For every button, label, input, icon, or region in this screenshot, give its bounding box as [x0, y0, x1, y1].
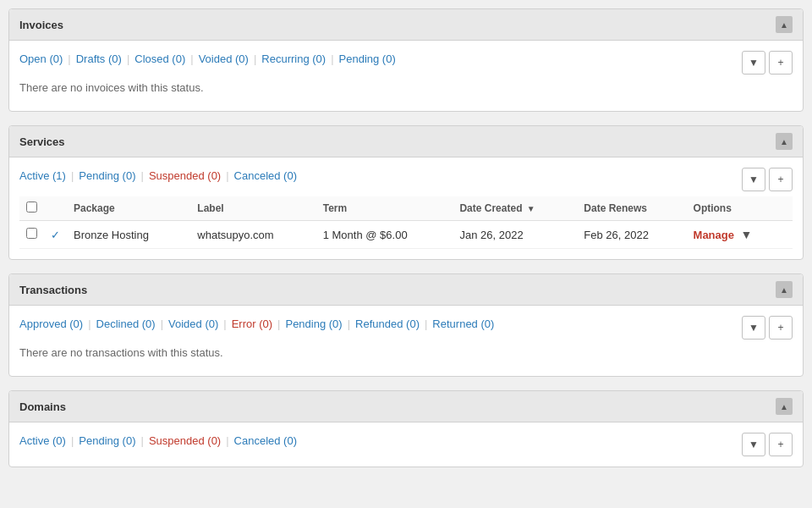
tab-transactions-refunded[interactable]: Refunded (0) [355, 318, 420, 330]
transactions-filter-button[interactable]: ▼ [742, 316, 765, 340]
tab-invoices-closed[interactable]: Closed (0) [134, 52, 185, 65]
invoices-panel: Invoices ▲ Open (0) | Drafts (0) | Close… [8, 8, 804, 112]
tab-services-canceled[interactable]: Canceled (0) [234, 169, 297, 182]
invoices-add-button[interactable]: + [769, 51, 793, 75]
services-title: Services [19, 135, 65, 148]
row-term: 1 Month @ $6.00 [316, 221, 453, 249]
col-term[interactable]: Term [316, 196, 453, 221]
services-collapse-button[interactable]: ▲ [776, 133, 793, 150]
transactions-panel: Transactions ▲ Approved (0) | Declined (… [8, 273, 804, 377]
tab-services-suspended[interactable]: Suspended (0) [149, 169, 221, 182]
transactions-panel-header: Transactions ▲ [9, 274, 803, 306]
services-tab-row: Active (1) | Pending (0) | Suspended (0)… [19, 168, 793, 191]
transactions-tab-bar: Approved (0) | Declined (0) | Voided (0)… [19, 318, 494, 330]
row-checkbox-cell [19, 221, 44, 249]
manage-link[interactable]: Manage [694, 229, 734, 241]
tab-invoices-recurring[interactable]: Recurring (0) [261, 52, 326, 65]
col-checkbox [19, 196, 44, 221]
domains-collapse-button[interactable]: ▲ [776, 398, 793, 415]
invoices-title: Invoices [19, 19, 63, 31]
transactions-title: Transactions [19, 284, 87, 296]
services-panel: Services ▲ Active (1) | Pending (0) | Su… [8, 125, 804, 260]
domains-add-button[interactable]: + [769, 433, 793, 456]
tab-invoices-pending[interactable]: Pending (0) [339, 52, 396, 65]
invoices-filter-button[interactable]: ▼ [742, 51, 765, 75]
domains-tab-actions: ▼ + [742, 433, 793, 456]
tab-transactions-approved[interactable]: Approved (0) [19, 318, 83, 330]
col-date-created[interactable]: Date Created ▼ [453, 196, 577, 221]
col-package[interactable]: Package [67, 196, 190, 221]
domains-tab-row: Active (0) | Pending (0) | Suspended (0)… [19, 433, 793, 456]
domains-panel: Domains ▲ Active (0) | Pending (0) | Sus… [8, 390, 804, 467]
invoices-collapse-button[interactable]: ▲ [776, 16, 793, 33]
tab-domains-pending[interactable]: Pending (0) [79, 434, 135, 447]
row-label: whatsupyo.com [190, 221, 315, 249]
table-row: ✓ Bronze Hosting whatsupyo.com 1 Month @… [19, 221, 793, 249]
tab-invoices-open[interactable]: Open (0) [19, 52, 63, 65]
tab-invoices-voided[interactable]: Voided (0) [199, 52, 249, 65]
row-options-cell: Manage ▼ [687, 221, 793, 249]
col-label[interactable]: Label [190, 196, 315, 221]
tab-transactions-declined[interactable]: Declined (0) [96, 318, 156, 330]
services-filter-button[interactable]: ▼ [742, 168, 765, 191]
tab-transactions-voided[interactable]: Voided (0) [168, 318, 218, 330]
transactions-add-button[interactable]: + [769, 316, 793, 340]
tab-domains-suspended[interactable]: Suspended (0) [149, 434, 221, 447]
row-check-icon: ✓ [44, 221, 67, 249]
tab-domains-canceled[interactable]: Canceled (0) [234, 434, 297, 447]
invoices-panel-header: Invoices ▲ [9, 9, 803, 41]
tab-services-pending[interactable]: Pending (0) [79, 169, 135, 182]
transactions-collapse-button[interactable]: ▲ [776, 281, 793, 298]
row-expand-button[interactable]: ▼ [738, 228, 756, 241]
services-add-button[interactable]: + [769, 168, 793, 191]
tab-services-active[interactable]: Active (1) [19, 169, 66, 182]
domains-tab-bar: Active (0) | Pending (0) | Suspended (0)… [19, 434, 297, 447]
services-tab-bar: Active (1) | Pending (0) | Suspended (0)… [19, 169, 297, 182]
col-empty [44, 196, 67, 221]
domains-title: Domains [19, 400, 66, 413]
transactions-tab-row: Approved (0) | Declined (0) | Voided (0)… [19, 316, 793, 340]
tab-transactions-pending[interactable]: Pending (0) [285, 318, 342, 330]
row-date-created: Jan 26, 2022 [453, 221, 577, 249]
domains-panel-body: Active (0) | Pending (0) | Suspended (0)… [9, 422, 803, 467]
tab-transactions-error[interactable]: Error (0) [232, 318, 272, 330]
invoices-tab-actions: ▼ + [742, 51, 793, 75]
row-checkbox[interactable] [26, 228, 37, 239]
services-panel-body: Active (1) | Pending (0) | Suspended (0)… [9, 157, 803, 259]
invoices-empty-message: There are no invoices with this status. [19, 75, 793, 101]
tab-transactions-returned[interactable]: Returned (0) [432, 318, 494, 330]
invoices-tab-row: Open (0) | Drafts (0) | Closed (0) | Voi… [19, 51, 793, 75]
transactions-panel-body: Approved (0) | Declined (0) | Voided (0)… [9, 306, 803, 376]
col-options: Options [687, 196, 793, 221]
domains-panel-header: Domains ▲ [9, 391, 803, 422]
invoices-panel-body: Open (0) | Drafts (0) | Closed (0) | Voi… [9, 41, 803, 111]
tab-invoices-drafts[interactable]: Drafts (0) [76, 52, 122, 65]
services-table: Package Label Term Date Created ▼ Date R… [19, 196, 793, 249]
row-package: Bronze Hosting [67, 221, 190, 249]
services-panel-header: Services ▲ [9, 126, 803, 157]
row-date-renews: Feb 26, 2022 [577, 221, 686, 249]
date-created-sort-icon: ▼ [527, 204, 535, 213]
services-table-header-row: Package Label Term Date Created ▼ Date R… [19, 196, 793, 221]
domains-filter-button[interactable]: ▼ [742, 433, 765, 456]
transactions-tab-actions: ▼ + [742, 316, 793, 340]
invoices-tab-bar: Open (0) | Drafts (0) | Closed (0) | Voi… [19, 52, 396, 65]
services-tab-actions: ▼ + [742, 168, 793, 191]
col-date-renews[interactable]: Date Renews [577, 196, 686, 221]
tab-domains-active[interactable]: Active (0) [19, 434, 66, 447]
transactions-empty-message: There are no transactions with this stat… [19, 340, 793, 366]
select-all-checkbox[interactable] [26, 202, 37, 213]
